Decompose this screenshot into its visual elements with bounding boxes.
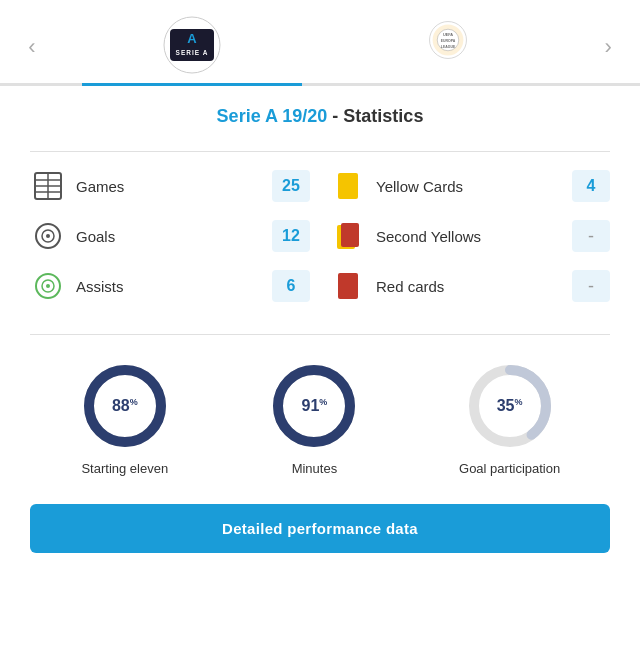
charts-row: 88% Starting eleven 91% Minutes [30, 351, 610, 476]
svg-text:LEAGUE: LEAGUE [441, 45, 456, 49]
red-cards-value: - [572, 270, 610, 302]
second-yellow-icon [330, 218, 366, 254]
divider-mid [30, 334, 610, 335]
svg-text:EUROPA: EUROPA [441, 39, 456, 43]
goal-participation-percent: 35% [497, 397, 523, 415]
second-yellows-value: - [572, 220, 610, 252]
games-label: Games [76, 178, 262, 195]
yellow-card-icon [330, 168, 366, 204]
prev-arrow[interactable]: ‹ [18, 34, 45, 60]
assists-label: Assists [76, 278, 262, 295]
starting-eleven-label: Starting eleven [81, 461, 168, 476]
svg-point-17 [46, 234, 50, 238]
divider-top [30, 151, 610, 152]
main-content: Serie A 19/20 - Statistics Games 25 [0, 86, 640, 573]
minutes-percent: 91% [302, 397, 328, 415]
stats-grid: Games 25 Yellow Cards 4 Goals 12 [30, 168, 610, 304]
stat-row-goals: Goals 12 [30, 218, 310, 254]
section-title-highlight: Serie A 19/20 [217, 106, 328, 126]
chart-goal-participation: 35% Goal participation [459, 361, 560, 476]
section-title: Serie A 19/20 - Statistics [30, 106, 610, 127]
stat-row-games: Games 25 [30, 168, 310, 204]
chart-minutes: 91% Minutes [269, 361, 359, 476]
svg-text:UEFA: UEFA [443, 33, 453, 37]
assists-icon [30, 268, 66, 304]
donut-goal-participation: 35% [465, 361, 555, 451]
tab-bar: ‹ A SERIE A UEFA EUROPA LEAGUE › [0, 0, 640, 86]
stat-row-assists: Assists 6 [30, 268, 310, 304]
serie-a-logo: A SERIE A [162, 15, 222, 75]
goals-value: 12 [272, 220, 310, 252]
stat-row-yellow-cards: Yellow Cards 4 [330, 168, 610, 204]
assists-value: 6 [272, 270, 310, 302]
starting-eleven-percent: 88% [112, 397, 138, 415]
red-card-icon [330, 268, 366, 304]
stat-row-red-cards: Red cards - [330, 268, 610, 304]
minutes-label: Minutes [292, 461, 338, 476]
goals-icon [30, 218, 66, 254]
goals-label: Goals [76, 228, 262, 245]
games-icon [30, 168, 66, 204]
goal-participation-label: Goal participation [459, 461, 560, 476]
chart-starting-eleven: 88% Starting eleven [80, 361, 170, 476]
tab-serie-a[interactable]: A SERIE A [82, 10, 302, 83]
stat-row-second-yellows: Second Yellows - [330, 218, 610, 254]
section-title-rest: - Statistics [327, 106, 423, 126]
yellow-cards-label: Yellow Cards [376, 178, 562, 195]
cta-button[interactable]: Detailed performance data [30, 504, 610, 553]
next-arrow[interactable]: › [594, 34, 621, 60]
svg-point-20 [46, 284, 50, 288]
second-yellows-label: Second Yellows [376, 228, 562, 245]
tab-europa-league[interactable]: UEFA EUROPA LEAGUE [338, 15, 558, 78]
europa-league-logo: UEFA EUROPA LEAGUE [423, 20, 473, 70]
svg-text:A: A [187, 31, 197, 46]
red-cards-label: Red cards [376, 278, 562, 295]
donut-starting-eleven: 88% [80, 361, 170, 451]
svg-text:SERIE A: SERIE A [175, 49, 208, 56]
yellow-cards-value: 4 [572, 170, 610, 202]
donut-minutes: 91% [269, 361, 359, 451]
games-value: 25 [272, 170, 310, 202]
